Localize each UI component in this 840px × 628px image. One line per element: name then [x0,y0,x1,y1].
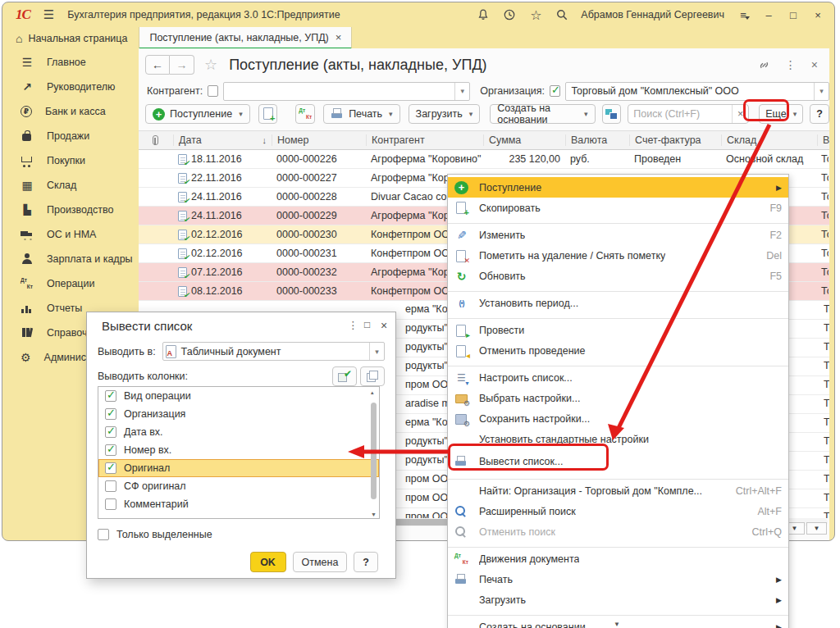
column-header-currency[interactable]: Валюта [565,134,629,146]
column-header-optype[interactable]: В [817,134,829,146]
counterparty-combo[interactable]: ▾ [223,82,470,101]
menu-item[interactable]: ▶ [448,361,788,367]
column-option-row[interactable]: Организация [98,405,379,423]
menu-item[interactable]: Движения документа ▶ [448,548,788,569]
menu-item[interactable]: Загрузить ▶ [448,589,788,610]
form-close-icon[interactable]: × [811,58,818,71]
menu-item[interactable]: Печать ▶ [448,569,788,589]
sidebar-item[interactable]: Главное [2,50,139,75]
scroll-to-end-button[interactable]: ▼ [806,522,827,535]
column-option-row[interactable]: Вид операции [98,387,379,405]
menu-item[interactable]: ▶ [448,610,788,617]
forward-button[interactable]: → [170,55,194,75]
main-menu-button[interactable]: ☰ [43,7,54,22]
column-checkbox[interactable] [105,462,116,474]
tab-home[interactable]: ⌂ Начальная страница [2,27,139,50]
tab-receipts[interactable]: Поступление (акты, накладные, УПД) × [139,27,352,50]
search-clear-icon[interactable]: × [732,105,748,123]
column-checkbox[interactable] [105,390,116,402]
sidebar-item[interactable]: Производство [2,198,139,222]
menu-scroll-indicator-icon[interactable]: ▼ [614,621,620,628]
counterparty-checkbox[interactable] [208,85,218,97]
column-option-row[interactable]: Дата вх. [98,423,379,441]
dialog-close-icon[interactable]: × [381,319,387,332]
organization-combo[interactable]: Торговый дом "Комплексный" ООО ▾ [565,82,829,101]
list-scrollbar[interactable]: ▴ ▼ [369,388,378,519]
column-checkbox[interactable] [105,480,116,492]
dialog-help-button[interactable]: ? [354,552,378,572]
check-all-button[interactable] [332,366,357,386]
dialog-maximize-icon[interactable]: □ [364,319,370,330]
menu-item[interactable]: Настроить список... ▶ [448,367,788,388]
organization-checkbox[interactable] [550,85,560,97]
close-button[interactable]: × [811,9,824,21]
menu-item[interactable]: Сохранить настройки... ▶ [448,408,788,429]
load-button[interactable]: Загрузить ▾ [409,104,481,124]
menu-item[interactable]: Изменить F2 ▶ [448,225,788,245]
menu-item[interactable]: Отменить поиск Ctrl+Q ▶ [448,521,788,542]
column-header-warehouse[interactable]: Склад [721,134,817,146]
get-link-icon[interactable] [758,59,770,71]
minimize-button[interactable]: – [762,9,775,21]
sidebar-item[interactable]: Покупки [2,148,139,173]
menu-item[interactable]: Выбрать настройки... ▶ [448,388,788,408]
column-header-contractor[interactable]: Контрагент [366,134,483,146]
sidebar-item[interactable]: Продажи [2,124,139,148]
sidebar-item[interactable]: Склад [2,173,139,198]
menu-item[interactable]: Поступление ▶ [448,177,788,198]
menu-item[interactable]: Пометить на удаление / Снять пометку Del… [448,245,788,266]
menu-item[interactable]: Обновить F5 ▶ [448,266,788,286]
scroll-down-icon[interactable]: ▼ [371,512,377,517]
notifications-bell-icon[interactable] [476,7,491,22]
scroll-up-icon[interactable]: ▴ [371,389,374,396]
scrollbar-thumb[interactable] [371,403,377,499]
menu-item[interactable]: Провести ▶ [448,320,788,340]
menu-item[interactable]: ▶ [448,313,788,320]
menu-item[interactable]: Найти: Организация - Торговый дом "Компл… [448,480,788,501]
maximize-button[interactable]: □ [787,9,800,21]
sidebar-item[interactable]: Операции [2,271,139,296]
ok-button[interactable]: OK [250,552,286,572]
search-input[interactable] [628,108,732,120]
menu-item[interactable]: Отменить проведение ▶ [448,340,788,361]
menu-item[interactable]: Скопировать F9 ▶ [448,198,788,218]
output-to-combo[interactable]: Табличный документ ▾ [162,342,385,361]
menu-item[interactable]: ▶ [448,474,788,480]
column-option-row[interactable]: Оригинал [98,459,379,477]
column-option-row[interactable]: СФ оригинал [98,477,379,495]
sidebar-item[interactable]: Банк и касса [2,99,139,124]
favorite-star-icon[interactable]: ☆ [204,56,217,74]
sidebar-item[interactable]: Руководителю [2,75,139,99]
column-option-row[interactable]: Комментарий [98,495,379,513]
dialog-more-icon[interactable]: ⋮ [348,319,358,331]
menu-item[interactable]: Вывести список... ▶ [448,449,788,474]
sidebar-item[interactable]: ОС и НМА [2,222,139,247]
column-option-row[interactable]: Номер вх. [98,441,379,459]
menu-item[interactable]: ▶ [448,542,788,548]
copy-button[interactable] [258,104,278,124]
tab-close-icon[interactable]: × [336,31,342,43]
column-checkbox[interactable] [105,444,116,456]
create-based-button[interactable]: Создать на основании ▾ [490,104,595,124]
uncheck-all-button[interactable] [360,366,385,386]
column-header-invoice[interactable]: Счет-фактура [629,134,721,146]
column-checkbox[interactable] [105,408,116,420]
related-documents-button[interactable] [602,104,622,124]
chevron-down-icon[interactable]: ▾ [369,343,384,360]
column-checkbox[interactable] [105,426,116,438]
favorites-star-icon[interactable]: ☆ [528,7,543,22]
document-movements-button[interactable] [295,104,315,124]
only-selected-checkbox[interactable] [98,529,109,540]
more-button[interactable]: Еще ▾ [759,104,803,124]
history-icon[interactable] [502,7,517,22]
print-button[interactable]: Печать ▾ [323,104,399,124]
attachment-column-header[interactable] [139,134,173,146]
form-more-icon[interactable]: ⋮ [785,58,797,71]
column-header-date[interactable]: Дата ↓ [173,134,272,146]
menu-item[interactable]: Установить стандартные настройки ▶ [448,429,788,449]
column-checkbox[interactable] [105,498,116,510]
menu-item[interactable]: ▶ [448,218,788,225]
menu-item[interactable]: Расширенный поиск Alt+F ▶ [448,501,788,521]
search-icon[interactable] [555,7,569,22]
back-button[interactable]: ← [145,55,170,75]
